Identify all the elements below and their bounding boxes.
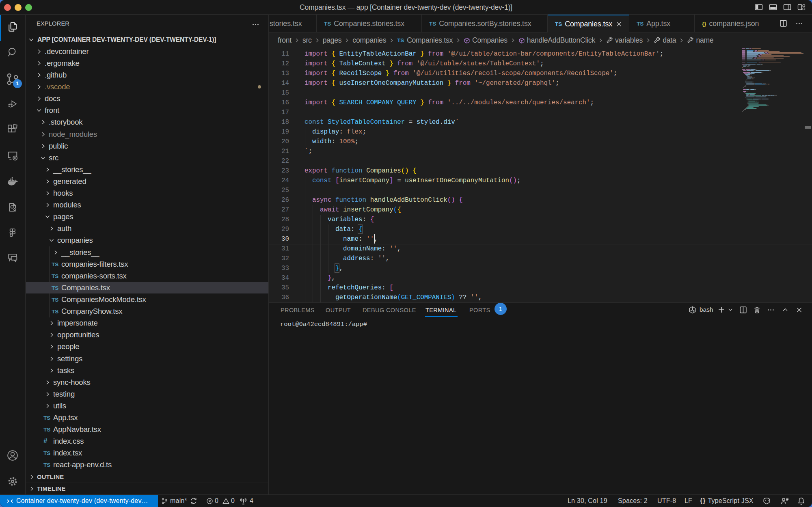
- svg-text:$_: $_: [693, 310, 695, 313]
